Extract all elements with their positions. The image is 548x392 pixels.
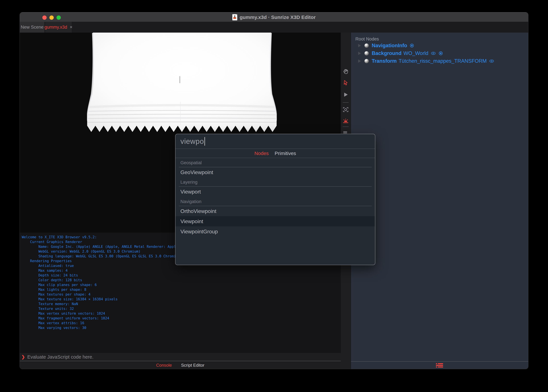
tab-script-editor[interactable]: Script Editor xyxy=(181,363,204,368)
tree-row-background[interactable]: Background WO_World xyxy=(351,49,528,57)
console-line: Max varying vectors: 30 xyxy=(22,326,341,330)
node-sphere-icon xyxy=(364,43,369,48)
bind-target-icon[interactable] xyxy=(438,51,443,56)
sunrise-lighting-button[interactable] xyxy=(342,118,349,124)
node-sphere-icon xyxy=(364,51,369,56)
section-layering: Layering xyxy=(179,180,372,187)
visibility-eye-icon[interactable] xyxy=(489,59,494,63)
outline-bottom-bar xyxy=(351,361,528,369)
node-name-label: WO_World xyxy=(404,50,428,56)
result-item-geoviewpoint[interactable]: GeoViewpoint xyxy=(175,167,375,177)
node-name-label: Tütchen_rissc_mappes_TRANSFORM xyxy=(399,58,487,64)
dialog-tabs: Nodes Primitives xyxy=(175,149,375,158)
console-line: Max fragment uniform vectors: 1024 xyxy=(22,316,341,321)
add-node-dialog: viewpo Nodes Primitives Geospatial GeoVi… xyxy=(175,134,375,265)
play-icon xyxy=(343,92,349,98)
select-tool-button[interactable] xyxy=(342,79,349,86)
console-line: Color depth: 128 bits xyxy=(22,278,341,283)
node-list-icon[interactable] xyxy=(436,362,443,368)
sunrise-icon xyxy=(343,118,349,124)
tree-row-transform[interactable]: Transform Tütchen_rissc_mappes_TRANSFORM xyxy=(351,57,528,65)
text-cursor xyxy=(204,137,205,146)
console-line: Max lights per shape: 8 xyxy=(22,287,341,292)
result-item-viewport[interactable]: Viewport xyxy=(175,187,375,197)
console-line: Max vertex attribs: 16 xyxy=(22,321,341,326)
section-geospatial: Geospatial xyxy=(179,160,372,167)
pan-tool-button[interactable] xyxy=(342,68,349,75)
tab-new-scene-label: New Scene xyxy=(21,25,43,30)
outline-panel: Root Nodes NavigationInfo Background WO_… xyxy=(351,33,528,369)
x3d-file-icon xyxy=(232,14,237,21)
bind-target-icon[interactable] xyxy=(410,43,414,48)
prompt-chevron-icon: ❯ xyxy=(22,355,25,360)
hand-icon xyxy=(343,69,349,75)
tab-gummy-x3d[interactable]: gummy.x3d × xyxy=(45,22,72,33)
gummy-bag-model xyxy=(87,33,277,133)
play-button[interactable] xyxy=(342,91,349,98)
console-line: Texture memory: NaN xyxy=(22,302,341,306)
expander-icon[interactable] xyxy=(358,44,361,47)
console-line: Max textures per shape: 4 xyxy=(22,292,341,297)
node-sphere-icon xyxy=(364,59,369,63)
viewfinder-icon xyxy=(343,106,349,113)
result-item-viewpointgroup[interactable]: ViewpointGroup xyxy=(175,226,375,237)
bottom-panel-tabs: Console Script Editor xyxy=(20,362,341,369)
section-navigation: Navigation xyxy=(179,199,372,206)
console-line: Texture units: 32 xyxy=(22,306,341,311)
toolbar-divider xyxy=(343,102,349,103)
editor-tabbar: New Scene gummy.x3d × xyxy=(20,22,528,33)
tab-console[interactable]: Console xyxy=(156,363,172,368)
node-search-input[interactable]: viewpo xyxy=(175,134,375,149)
window-title-group: gummy.x3d · Sunrize X3D Editor xyxy=(20,13,528,22)
tab-gummy-label: gummy.x3d xyxy=(44,25,67,30)
tab-primitives[interactable]: Primitives xyxy=(275,151,296,156)
toolbar-divider xyxy=(343,126,349,127)
expander-icon[interactable] xyxy=(358,52,361,55)
js-eval-input[interactable]: ❯ Evaluate JavaScript code here. xyxy=(20,353,341,361)
outline-header: Root Nodes xyxy=(355,36,379,42)
frame-view-button[interactable] xyxy=(342,106,349,113)
node-type-label: NavigationInfo xyxy=(372,43,407,49)
node-type-label: Background xyxy=(372,50,402,56)
result-item-viewpoint-selected[interactable]: Viewpoint xyxy=(175,216,375,226)
console-line: Max samples: 4 xyxy=(22,268,341,273)
search-query-text: viewpo xyxy=(180,137,204,146)
console-line: Max vertex uniform vectors: 1024 xyxy=(22,311,341,316)
js-eval-placeholder: Evaluate JavaScript code here. xyxy=(27,354,94,360)
tab-nodes[interactable]: Nodes xyxy=(254,151,269,156)
console-line: Depth size: 24 bits xyxy=(22,273,341,278)
console-line: Max texture size: 16384 × 16384 pixels xyxy=(22,297,341,302)
expander-icon[interactable] xyxy=(358,59,361,63)
tab-new-scene[interactable]: New Scene xyxy=(20,22,45,33)
tree-row-navigationinfo[interactable]: NavigationInfo xyxy=(351,42,528,49)
titlebar: gummy.x3d · Sunrize X3D Editor xyxy=(20,12,528,22)
result-item-orthoviewpoint[interactable]: OrthoViewpoint xyxy=(175,206,375,216)
viewport-center-marker xyxy=(180,76,180,83)
cursor-arrow-icon xyxy=(343,80,349,86)
tab-close-icon[interactable]: × xyxy=(70,25,72,30)
visibility-eye-icon[interactable] xyxy=(431,51,436,56)
window-title: gummy.x3d · Sunrize X3D Editor xyxy=(239,14,316,20)
node-type-label: Transform xyxy=(372,58,397,64)
console-line: Max clip planes per shape: 6 xyxy=(22,283,341,287)
